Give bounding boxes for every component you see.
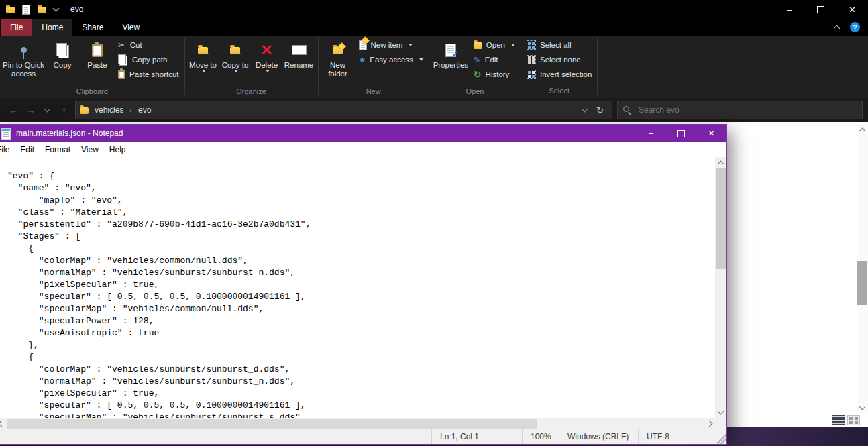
help-icon[interactable]: ? [850, 22, 860, 32]
explorer-vertical-scrollbar[interactable] [857, 124, 868, 413]
edit-label: Edit [485, 56, 498, 64]
notepad-window: main.materials.json - Notepad – ✕ File E… [0, 124, 727, 445]
code-line: "specular" : [ 0.5, 0.5, 0.5, 0.10000000… [7, 400, 715, 412]
notepad-app-icon [1, 128, 11, 140]
scroll-up-arrow-icon[interactable] [857, 124, 868, 135]
pin-to-quick-access-button[interactable]: Pin to Quick access [2, 37, 45, 86]
tab-share[interactable]: Share [72, 19, 113, 36]
notepad-hscroll-thumb[interactable] [7, 419, 537, 429]
forward-button[interactable]: → [22, 102, 39, 118]
history-button[interactable]: ↻ History [470, 67, 519, 82]
dropdown-arrow-icon [266, 70, 270, 72]
menu-help[interactable]: Help [104, 144, 131, 156]
notepad-maximize-button[interactable] [666, 125, 696, 142]
delete-button[interactable]: ✕ Delete [252, 37, 282, 86]
paste-shortcut-icon [118, 70, 125, 79]
editor-text[interactable]: "evo" : { "name" : "evo", "mapTo" : "evo… [0, 157, 715, 418]
tab-home[interactable]: Home [32, 19, 72, 36]
copy-label: Copy [54, 61, 72, 70]
search-input[interactable] [637, 105, 857, 115]
copy-button[interactable]: Copy [45, 37, 80, 86]
desktop-screen: evo – ✕ File Home Share View ? [0, 0, 868, 446]
copy-icon [56, 43, 67, 56]
select-group-label: Select [521, 85, 597, 98]
explorer-maximize-button[interactable] [805, 0, 836, 19]
scroll-down-arrow-icon[interactable] [715, 406, 726, 418]
recent-locations-button[interactable] [39, 102, 56, 118]
select-all-button[interactable]: Select all [523, 38, 595, 52]
chevron-up-icon [859, 127, 866, 134]
rename-label: Rename [284, 61, 313, 70]
select-none-icon [527, 55, 536, 64]
ribbon: Pin to Quick access Copy Paste ✂ Cut [0, 36, 868, 98]
notepad-minimize-button[interactable]: – [636, 125, 666, 142]
new-item-button[interactable]: New item [356, 38, 427, 52]
cut-button[interactable]: ✂ Cut [115, 38, 182, 52]
paste-shortcut-button[interactable]: Paste shortcut [115, 67, 182, 82]
search-box[interactable] [617, 101, 863, 119]
copy-path-button[interactable]: Copy path [115, 52, 182, 67]
rename-button[interactable]: Rename [282, 37, 316, 86]
menu-format[interactable]: Format [40, 144, 76, 156]
new-folder-icon [333, 47, 343, 54]
tab-file-label: File [10, 23, 23, 32]
notepad-scroll-thumb[interactable] [716, 168, 726, 269]
new-folder-button[interactable]: New folder [321, 37, 356, 86]
scroll-up-arrow-icon[interactable] [715, 157, 726, 168]
paste-button[interactable]: Paste [80, 37, 115, 86]
clipboard-group-label: Clipboard [0, 86, 184, 99]
window-title: evo [70, 5, 83, 14]
properties-button[interactable]: ✓ Properties [431, 37, 470, 86]
address-bar[interactable]: vehicles › evo ↻ [75, 101, 612, 119]
explorer-minimize-button[interactable]: – [773, 0, 805, 19]
menu-file[interactable]: File [0, 144, 15, 156]
refresh-icon[interactable]: ↻ [596, 106, 604, 115]
collapse-ribbon-icon[interactable] [834, 25, 840, 32]
qat-new-folder-icon[interactable] [38, 7, 46, 13]
menu-view[interactable]: View [76, 144, 104, 156]
up-button[interactable]: ↑ [56, 102, 72, 118]
resize-grip[interactable] [717, 429, 726, 444]
large-icons-view-button[interactable] [847, 415, 860, 425]
breadcrumb-item-evo[interactable]: evo [132, 105, 157, 115]
scroll-right-arrow-icon[interactable] [704, 418, 715, 429]
code-line: "colorMap" : "vehicles/sunburst/sunburst… [7, 364, 715, 376]
qat-properties-icon[interactable] [22, 5, 30, 15]
notepad-vertical-scrollbar[interactable] [715, 157, 726, 418]
copy-to-button[interactable]: → Copy to [219, 37, 252, 86]
menu-edit[interactable]: Edit [15, 144, 40, 156]
qat-customize-chevron-icon[interactable] [53, 5, 60, 12]
history-label: History [486, 70, 510, 78]
tab-share-label: Share [82, 23, 103, 32]
notepad-close-button[interactable]: ✕ [696, 125, 726, 142]
tab-file[interactable]: File [1, 19, 32, 36]
breadcrumb-item-vehicles[interactable]: vehicles [89, 105, 129, 115]
address-dropdown-icon[interactable] [582, 106, 588, 113]
open-button[interactable]: Open [470, 38, 519, 52]
code-line: "normalMap" : "vehicles/sunburst/sunburs… [7, 376, 715, 388]
pin-icon [21, 47, 27, 53]
ribbon-group-clipboard: Pin to Quick access Copy Paste ✂ Cut [0, 36, 184, 98]
scroll-left-arrow-icon[interactable] [0, 418, 7, 429]
tab-view[interactable]: View [113, 19, 149, 36]
edit-button[interactable]: ✎ Edit [470, 52, 519, 67]
easy-access-button[interactable]: ★ Easy access [356, 52, 427, 67]
code-line: "specularPower" : 128, [7, 315, 715, 327]
notepad-editor[interactable]: "evo" : { "name" : "evo", "mapTo" : "evo… [0, 157, 726, 418]
explorer-window-controls: – ✕ [773, 0, 868, 19]
close-icon: ✕ [708, 129, 714, 138]
scroll-down-arrow-icon[interactable] [857, 402, 868, 413]
code-line: "specularMap" : "vehicles/common/null.dd… [7, 303, 715, 315]
details-view-button[interactable] [832, 415, 845, 425]
chevron-down-icon [44, 106, 51, 113]
invert-selection-button[interactable]: Invert selection [523, 67, 595, 82]
move-to-button[interactable]: → Move to [187, 37, 219, 86]
notepad-titlebar[interactable]: main.materials.json - Notepad – ✕ [0, 125, 726, 142]
explorer-close-button[interactable]: ✕ [836, 0, 868, 19]
back-button[interactable]: ← [5, 102, 22, 118]
select-none-button[interactable]: Select none [523, 52, 595, 67]
tab-home-label: Home [42, 23, 63, 32]
notepad-horizontal-scrollbar[interactable] [0, 418, 726, 429]
invert-selection-icon [527, 70, 536, 79]
explorer-scroll-thumb[interactable] [857, 261, 867, 305]
